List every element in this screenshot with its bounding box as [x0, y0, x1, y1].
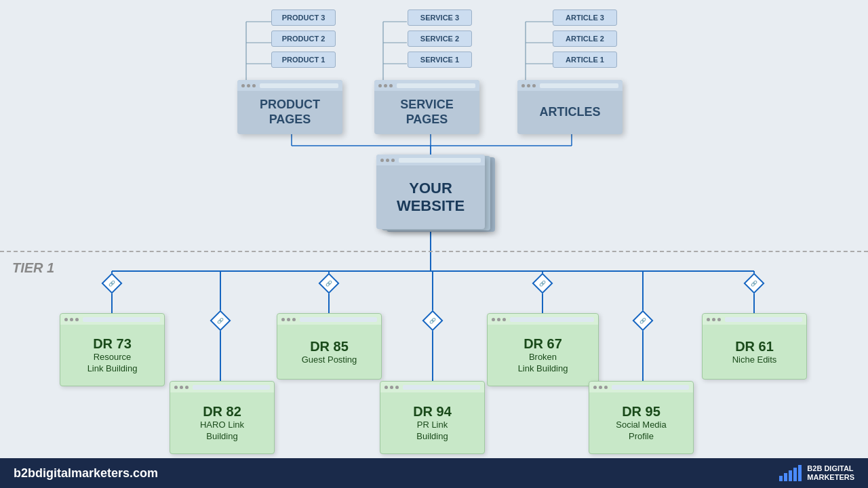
product3-subpage: PRODUCT 3 — [271, 9, 336, 26]
footer: b2bdigitalmarketers.com B2B DIGITALMARKE… — [0, 458, 868, 488]
dr95-box: DR 95 Social Media Profile — [589, 381, 694, 454]
product1-subpage: PRODUCT 1 — [271, 52, 336, 68]
dr67-diamond: 🔗 — [532, 272, 553, 293]
dr82-box: DR 82 HARO Link Building — [170, 381, 275, 454]
dr85-desc: Guest Posting — [302, 354, 357, 366]
dr73-diamond: 🔗 — [101, 272, 122, 293]
service3-subpage: SERVICE 3 — [408, 9, 472, 26]
article3-subpage: ARTICLE 3 — [553, 9, 617, 26]
article1-subpage: ARTICLE 1 — [553, 52, 617, 68]
dr82-diamond: 🔗 — [210, 310, 231, 331]
dr67-rating: DR 67 — [524, 336, 562, 352]
dr61-diamond: 🔗 — [743, 272, 764, 293]
dr82-desc: HARO Link Building — [200, 420, 244, 443]
dr73-box: DR 73 Resource Link Building — [60, 313, 165, 386]
footer-logo-text: B2B DIGITALMARKETERS — [807, 464, 854, 482]
dr85-diamond: 🔗 — [318, 272, 339, 293]
dr82-rating: DR 82 — [203, 403, 241, 420]
service-pages-label: SERVICE PAGES — [400, 98, 454, 127]
product-pages-box: PRODUCT PAGES — [237, 80, 342, 134]
dr94-box: DR 94 PR Link Building — [380, 381, 485, 454]
website-label: YOUR WEBSITE — [397, 180, 465, 216]
product2-subpage: PRODUCT 2 — [271, 30, 336, 47]
dr94-rating: DR 94 — [413, 403, 452, 420]
dr73-rating: DR 73 — [93, 336, 132, 352]
articles-label: ARTICLES — [540, 105, 601, 120]
dr94-desc: PR Link Building — [416, 420, 448, 443]
dr94-diamond: 🔗 — [422, 310, 443, 331]
tier-label: TIER 1 — [12, 260, 54, 276]
dr95-desc: Social Media Profile — [616, 420, 666, 443]
article2-subpage: ARTICLE 2 — [553, 30, 617, 47]
dr61-rating: DR 61 — [735, 338, 774, 354]
dr95-rating: DR 95 — [622, 403, 660, 420]
logo-bars-icon — [779, 465, 802, 481]
footer-logo: B2B DIGITALMARKETERS — [779, 464, 854, 482]
dr61-desc: Niche Edits — [732, 354, 777, 366]
dr85-rating: DR 85 — [310, 338, 349, 354]
articles-box: ARTICLES — [517, 80, 623, 134]
dr73-desc: Resource Link Building — [87, 352, 138, 375]
dr95-diamond: 🔗 — [632, 310, 653, 331]
service2-subpage: SERVICE 2 — [408, 30, 472, 47]
tier-divider — [0, 251, 868, 252]
your-website-box: YOUR WEBSITE — [376, 155, 485, 229]
dr67-desc: Broken Link Building — [518, 352, 568, 375]
footer-url: b2bdigitalmarketers.com — [14, 466, 158, 481]
dr67-box: DR 67 Broken Link Building — [487, 313, 599, 386]
dr61-box: DR 61 Niche Edits — [702, 313, 807, 380]
product-pages-label: PRODUCT PAGES — [260, 98, 320, 127]
service-pages-box: SERVICE PAGES — [374, 80, 479, 134]
service1-subpage: SERVICE 1 — [408, 52, 472, 68]
dr85-box: DR 85 Guest Posting — [277, 313, 382, 380]
